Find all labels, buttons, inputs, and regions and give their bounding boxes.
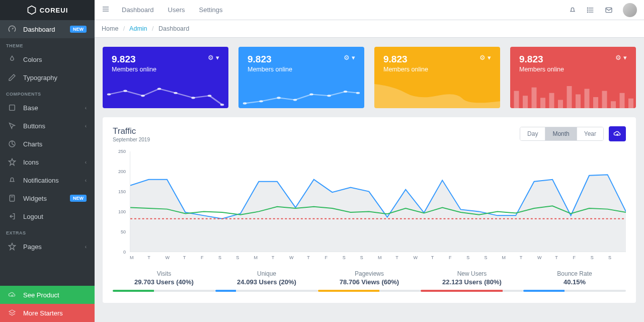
gear-icon[interactable]: ⚙ ▾ (208, 54, 219, 61)
topnav: Dashboard Users Settings (95, 0, 644, 20)
breadcrumb-admin[interactable]: Admin (129, 25, 147, 32)
sidebar-item-dashboard[interactable]: Dashboard NEW (0, 20, 95, 38)
sidebar: COREUI Dashboard NEW THEME Colors Typogr… (0, 0, 95, 322)
tstat-label: Visits (113, 270, 215, 277)
tstat-label: Pageviews (318, 270, 421, 277)
menu-toggle-icon[interactable] (102, 5, 110, 15)
gear-icon[interactable]: ⚙ ▾ (479, 54, 491, 61)
puzzle-icon (8, 104, 16, 112)
cloud-download-icon (613, 130, 621, 138)
star-icon (8, 243, 16, 251)
list-icon[interactable] (587, 6, 595, 14)
sidebar-item-buttons[interactable]: Buttons‹ (0, 117, 95, 135)
range-year[interactable]: Year (577, 127, 603, 140)
traffic-subtitle: September 2019 (113, 137, 150, 142)
sidebar-item-see-product[interactable]: See Product (0, 286, 95, 304)
avatar[interactable] (623, 3, 637, 17)
brand[interactable]: COREUI (0, 0, 95, 20)
sparkline (238, 80, 364, 108)
tstat-label: Unique (215, 270, 318, 277)
stat-label: Members online (112, 66, 219, 73)
stat-label: Members online (383, 66, 491, 73)
range-day[interactable]: Day (520, 127, 545, 140)
sidebar-item-pages[interactable]: Pages‹ (0, 237, 95, 256)
sidebar-item-typography[interactable]: Typography (0, 68, 95, 87)
sidebar-item-label: Typography (23, 74, 57, 82)
drop-icon (8, 55, 16, 63)
envelope-icon[interactable] (605, 6, 613, 14)
speedometer-icon (8, 25, 16, 33)
tstat-value: 78.706 Views (60%) (318, 278, 421, 286)
svg-marker-7 (9, 310, 15, 313)
svg-point-23 (191, 97, 195, 99)
chevron-left-icon: ‹ (85, 105, 87, 111)
range-month[interactable]: Month (545, 127, 576, 140)
badge-new: NEW (70, 26, 87, 33)
svg-point-21 (157, 88, 162, 90)
svg-rect-46 (620, 93, 625, 108)
svg-point-31 (327, 95, 331, 97)
cloud-download-icon (8, 291, 16, 299)
badge-new: NEW (70, 195, 87, 202)
chart-icon (8, 140, 16, 148)
svg-point-18 (107, 93, 111, 95)
svg-rect-36 (532, 88, 537, 108)
svg-point-26 (243, 102, 247, 104)
sidebar-item-label: Colors (23, 56, 42, 63)
svg-point-15 (587, 10, 588, 10)
chevron-left-icon: ‹ (85, 123, 87, 129)
topnav-settings[interactable]: Settings (199, 6, 223, 14)
svg-rect-42 (585, 89, 590, 109)
traffic-stat: Pageviews 78.706 Views (60%) (318, 270, 421, 292)
tstat-label: Bounce Rate (523, 270, 626, 277)
sidebar-item-logout[interactable]: Logout (0, 207, 95, 225)
sidebar-item-icons[interactable]: Icons‹ (0, 153, 95, 171)
sidebar-item-label: Icons (23, 158, 39, 166)
nav-title-theme: THEME (0, 38, 95, 50)
traffic-stat: Bounce Rate 40.15% (523, 270, 626, 292)
sidebar-item-base[interactable]: Base‹ (0, 99, 95, 117)
svg-rect-37 (540, 98, 545, 108)
sidebar-item-label: Notifications (23, 177, 59, 184)
svg-rect-38 (549, 93, 554, 108)
svg-marker-0 (28, 6, 35, 15)
gear-icon[interactable]: ⚙ ▾ (344, 54, 355, 61)
svg-rect-4 (10, 195, 14, 201)
svg-rect-44 (602, 91, 607, 108)
gear-icon[interactable]: ⚙ ▾ (615, 54, 627, 61)
calculator-icon (8, 194, 16, 202)
sparkline-area (374, 80, 500, 108)
svg-rect-43 (593, 97, 598, 108)
sidebar-item-label: More Starters (23, 309, 63, 317)
svg-point-25 (220, 104, 224, 106)
sidebar-item-label: Widgets (23, 195, 47, 202)
sidebar-item-charts[interactable]: Charts (0, 135, 95, 153)
stat-card-danger: ⚙ ▾ 9.823 Members online (510, 47, 636, 108)
sidebar-item-label: Pages (23, 243, 42, 251)
svg-rect-45 (611, 101, 616, 108)
sidebar-item-notifications[interactable]: Notifications‹ (0, 171, 95, 189)
stat-row: ⚙ ▾ 9.823 Members online ⚙ ▾ 9.823 Membe… (103, 47, 636, 108)
traffic-stat: Unique 24.093 Users (20%) (215, 270, 318, 292)
stat-value: 9.823 (248, 54, 355, 65)
svg-point-32 (344, 91, 348, 93)
sidebar-item-more-starters[interactable]: More Starters (0, 304, 95, 322)
svg-point-33 (356, 92, 360, 94)
stat-card-warning: ⚙ ▾ 9.823 Members online (374, 47, 500, 108)
sidebar-item-label: Logout (23, 213, 43, 220)
breadcrumb-home: Home (102, 25, 118, 32)
download-button[interactable] (609, 126, 626, 141)
topnav-users[interactable]: Users (168, 6, 185, 14)
svg-point-28 (277, 97, 281, 99)
sidebar-item-label: Charts (23, 140, 42, 148)
sidebar-item-widgets[interactable]: Widgets NEW (0, 189, 95, 207)
sidebar-item-label: See Product (23, 291, 59, 299)
sidebar-item-colors[interactable]: Colors (0, 50, 95, 68)
brand-text: COREUI (40, 7, 68, 14)
stat-label: Members online (519, 66, 627, 73)
stat-card-info: ⚙ ▾ 9.823 Members online (238, 47, 364, 108)
bell-icon[interactable] (569, 6, 577, 14)
topnav-dashboard[interactable]: Dashboard (122, 6, 154, 14)
svg-point-30 (309, 93, 313, 95)
breadcrumb: Home / Admin / Dashboard (95, 20, 644, 38)
